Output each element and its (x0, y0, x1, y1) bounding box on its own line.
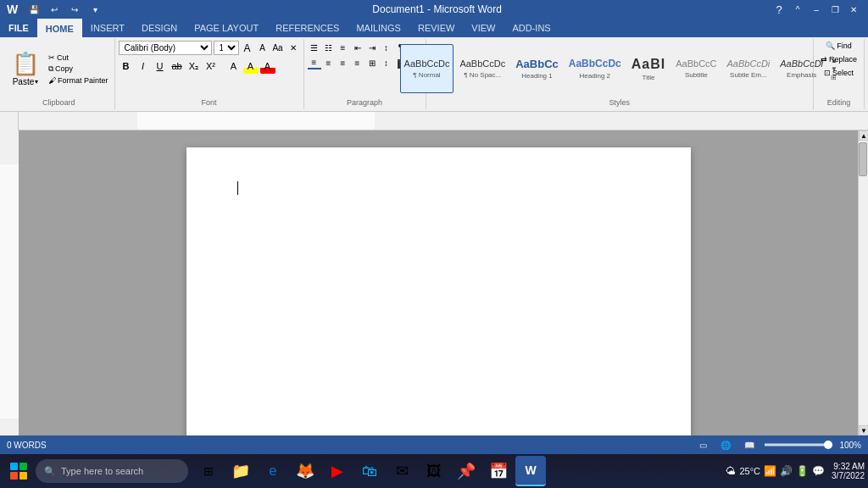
bold-button[interactable]: B (119, 58, 134, 74)
ribbon-toggle-icon[interactable]: ^ (790, 2, 805, 17)
edge-icon[interactable]: e (258, 456, 288, 486)
tab-design[interactable]: DESIGN (133, 19, 186, 37)
tab-insert[interactable]: INSERT (82, 19, 133, 37)
font-color-button[interactable]: A (260, 58, 275, 74)
tab-mailings[interactable]: MAILINGS (348, 19, 409, 37)
find-button[interactable]: 🔍 Find (823, 41, 854, 51)
style-heading2-preview: AaBbCcDc (569, 58, 621, 69)
multilevel-list-button[interactable]: ≡ (337, 41, 350, 54)
zoom-thumb[interactable] (824, 441, 832, 449)
subscript-button[interactable]: X₂ (186, 58, 202, 74)
numbering-button[interactable]: ☷ (322, 41, 336, 54)
tab-references[interactable]: REFERENCES (267, 19, 348, 37)
tab-view[interactable]: VIEW (463, 19, 504, 37)
decrease-indent-button[interactable]: ⇤ (351, 41, 364, 54)
strikethrough-button[interactable]: ab (170, 58, 185, 74)
increase-indent-button[interactable]: ⇥ (365, 41, 379, 54)
firefox-icon[interactable]: 🦊 (290, 456, 320, 486)
format-painter-button[interactable]: 🖌 Format Painter (46, 75, 111, 86)
paste-dropdown-icon[interactable]: ▾ (35, 78, 38, 86)
superscript-button[interactable]: X² (203, 58, 219, 74)
help-icon[interactable]: ? (771, 2, 787, 17)
restore-button[interactable]: ❐ (827, 2, 843, 17)
tab-addins[interactable]: ADD-INS (504, 19, 559, 37)
customize-qa-icon[interactable]: ▾ (87, 2, 103, 17)
word-icon[interactable]: W (515, 456, 546, 486)
text-effects-button[interactable]: A (226, 58, 242, 74)
task-view-button[interactable]: ⊞ (193, 456, 224, 486)
store-icon[interactable]: 🛍 (354, 456, 385, 486)
find-icon: 🔍 (826, 42, 835, 50)
align-right-button[interactable]: ≡ (337, 56, 350, 69)
align-left-button[interactable]: ≡ (308, 56, 321, 69)
style-title[interactable]: AaBI Title (627, 44, 670, 93)
style-heading1[interactable]: AaBbCc Heading 1 (511, 44, 563, 93)
word-count: 0 WORDS (7, 441, 47, 450)
shrink-font-button[interactable]: A (256, 42, 270, 55)
scroll-track[interactable] (859, 141, 868, 425)
scroll-thumb[interactable] (859, 142, 867, 176)
notification-icon[interactable]: 💬 (812, 465, 825, 477)
youtube-icon[interactable]: ▶ (322, 456, 353, 486)
sticky-notes-icon[interactable]: 📌 (451, 456, 481, 486)
battery-icon[interactable]: 🔋 (796, 465, 809, 477)
grow-font-button[interactable]: A (241, 42, 254, 55)
undo-icon[interactable]: ↩ (47, 2, 62, 17)
document-area[interactable] (19, 130, 858, 435)
paste-button[interactable]: 📋 Paste ▾ (7, 47, 44, 90)
print-layout-button[interactable]: ▭ (696, 440, 710, 451)
copy-icon: ⧉ (48, 64, 53, 74)
tab-review[interactable]: REVIEW (409, 19, 463, 37)
web-layout-button[interactable]: 🌐 (717, 440, 734, 451)
copy-button[interactable]: ⧉ Copy (46, 64, 111, 75)
clear-format-button[interactable]: ✕ (287, 42, 300, 55)
italic-button[interactable]: I (136, 58, 151, 74)
style-heading2[interactable]: AaBbCcDc Heading 2 (565, 44, 626, 93)
redo-icon[interactable]: ↪ (67, 2, 82, 17)
style-no-spacing[interactable]: AaBbCcDc ¶ No Spac... (455, 44, 509, 93)
style-no-spacing-preview: AaBbCcDc (459, 58, 505, 69)
column-layout-button[interactable]: ⊞ (365, 56, 379, 69)
sort-button[interactable]: ↕ (380, 41, 393, 54)
align-center-button[interactable]: ≡ (322, 56, 336, 69)
line-spacing-button[interactable]: ↕ (380, 56, 393, 69)
style-subtle-emphasis[interactable]: AaBbCcDi Subtle Em... (723, 44, 775, 93)
style-subtitle-preview: AaBbCcC (676, 58, 716, 69)
taskbar-search[interactable]: 🔍 Type here to search (36, 459, 188, 483)
mail-icon[interactable]: ✉ (387, 456, 417, 486)
style-normal[interactable]: AaBbCcDc ¶ Normal (400, 44, 454, 93)
text-highlight-button[interactable]: A (243, 58, 259, 74)
change-case-button[interactable]: Aa (271, 42, 285, 55)
volume-icon[interactable]: 🔊 (780, 465, 793, 477)
font-group: Calibri (Body) 11 A A Aa ✕ B I U ab X₂ X… (115, 39, 304, 109)
network-icon[interactable]: 📶 (764, 465, 776, 477)
underline-button[interactable]: U (153, 58, 168, 74)
save-icon[interactable]: 💾 (26, 2, 42, 17)
photos-icon[interactable]: 🖼 (419, 456, 449, 486)
clock[interactable]: 9:32 AM 3/7/2022 (832, 462, 865, 480)
scroll-down-button[interactable]: ▼ (859, 425, 868, 435)
bullets-button[interactable]: ☰ (308, 41, 321, 54)
cut-button[interactable]: ✂ Cut (46, 53, 111, 63)
styles-gallery: AaBbCcDc ¶ Normal AaBbCcDc ¶ No Spac... … (400, 44, 827, 93)
vertical-scrollbar[interactable]: ▲ ▼ (858, 130, 868, 435)
tab-page-layout[interactable]: PAGE LAYOUT (186, 19, 267, 37)
tab-file[interactable]: FILE (0, 19, 37, 37)
minimize-button[interactable]: – (809, 2, 824, 17)
start-button[interactable] (3, 456, 34, 486)
scroll-up-button[interactable]: ▲ (859, 130, 868, 141)
font-size-select[interactable]: 11 (214, 41, 239, 55)
tab-home[interactable]: HOME (37, 19, 82, 37)
zoom-slider[interactable] (765, 443, 832, 446)
replace-button[interactable]: ⇄ Replace (818, 54, 860, 64)
close-button[interactable]: ✕ (846, 2, 861, 17)
font-group-label: Font (202, 97, 217, 108)
justify-button[interactable]: ≡ (351, 56, 364, 69)
style-subtitle[interactable]: AaBbCcC Subtitle (671, 44, 721, 93)
calendar-icon[interactable]: 📅 (483, 456, 514, 486)
file-explorer-icon[interactable]: 📁 (225, 456, 256, 486)
font-name-select[interactable]: Calibri (Body) (119, 41, 212, 55)
select-button[interactable]: ⊡ Select (821, 68, 856, 78)
document-page[interactable] (186, 147, 691, 435)
read-mode-button[interactable]: 📖 (741, 440, 758, 451)
